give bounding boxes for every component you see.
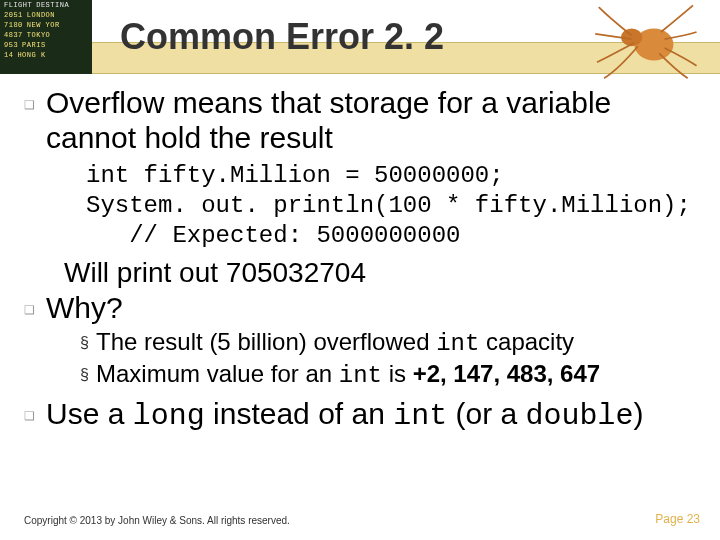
bullet-3-text: Use a long instead of an int (or a doubl… — [46, 397, 644, 434]
bullet-1-text: Overflow means that storage for a variab… — [46, 86, 700, 155]
sub-bullet-2-text: Maximum value for an int is +2, 147, 483… — [96, 360, 600, 391]
code-line-3: // Expected: 5000000000 — [86, 222, 460, 249]
bullet-marker: ❑ — [24, 303, 36, 317]
bullet-2-text: Why? — [46, 291, 123, 326]
sub-bullet-list: § The result (5 billion) overflowed int … — [80, 328, 700, 392]
slide-content: ❑ Overflow means that storage for a vari… — [24, 82, 700, 434]
bullet-marker: ❑ — [24, 98, 36, 112]
sub-bullet-2: § Maximum value for an int is +2, 147, 4… — [80, 360, 700, 391]
departure-board-graphic: FLIGHTDESTINA 2051LONDON 7180NEW YOR 483… — [0, 0, 92, 74]
code-block: int fifty.Million = 50000000; System. ou… — [86, 161, 700, 251]
code-line-1: int fifty.Million = 50000000; — [86, 162, 504, 189]
bullet-marker: ❑ — [24, 409, 36, 423]
page-number: Page 23 — [655, 512, 700, 526]
code-line-2: System. out. println(100 * fifty.Million… — [86, 192, 691, 219]
sub-bullet-1-text: The result (5 billion) overflowed int ca… — [96, 328, 574, 359]
bullet-1: ❑ Overflow means that storage for a vari… — [24, 86, 700, 155]
bullet-3: ❑ Use a long instead of an int (or a dou… — [24, 397, 700, 434]
slide-title: Common Error 2. 2 — [120, 16, 444, 58]
spider-icon — [590, 0, 700, 80]
sub-bullet-marker: § — [80, 334, 96, 352]
sub-bullet-marker: § — [80, 366, 96, 384]
copyright-footer: Copyright © 2013 by John Wiley & Sons. A… — [24, 515, 290, 526]
bullet-2: ❑ Why? — [24, 291, 700, 326]
output-text: Will print out 705032704 — [64, 257, 700, 289]
sub-bullet-1: § The result (5 billion) overflowed int … — [80, 328, 700, 359]
